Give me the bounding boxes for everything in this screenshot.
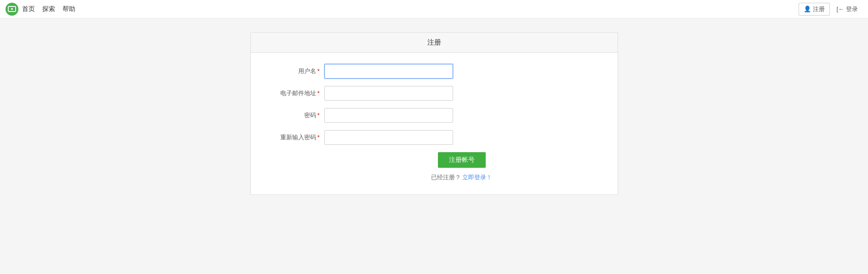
username-required-star: * <box>317 68 319 74</box>
header-right: 👤 注册 [← 登录 <box>799 3 862 16</box>
register-label: 注册 <box>813 5 825 13</box>
submit-label: 注册帐号 <box>449 156 475 163</box>
register-form-card: 注册 用户名* 电子邮件地址* 密码* <box>250 32 618 195</box>
confirm-password-label: 重新输入密码* <box>269 133 324 142</box>
logo[interactable] <box>6 3 18 16</box>
logo-icon <box>8 6 16 12</box>
login-link[interactable]: 立即登录！ <box>462 174 492 181</box>
header-register-button[interactable]: 👤 注册 <box>799 3 830 16</box>
confirm-password-row: 重新输入密码* <box>269 130 599 145</box>
form-actions: 注册帐号 已经注册？ 立即登录！ <box>269 152 599 182</box>
password-row: 密码* <box>269 108 599 123</box>
main-content: 注册 用户名* 电子邮件地址* 密码* <box>0 18 868 274</box>
nav-help[interactable]: 帮助 <box>62 5 75 13</box>
footer-static-text: 已经注册？ <box>431 174 461 181</box>
username-row: 用户名* <box>269 64 599 79</box>
email-required-star: * <box>317 90 319 97</box>
email-input[interactable] <box>324 86 453 101</box>
nav-home[interactable]: 首页 <box>22 5 35 13</box>
form-title-text: 注册 <box>427 38 441 46</box>
header-login-button[interactable]: [← 登录 <box>832 3 862 15</box>
form-card-body: 用户名* 电子邮件地址* 密码* 重新输入密码 <box>251 53 618 194</box>
submit-button[interactable]: 注册帐号 <box>438 152 486 168</box>
password-input[interactable] <box>324 108 453 123</box>
form-footer: 已经注册？ 立即登录！ <box>431 173 493 182</box>
login-arrow-icon: [← <box>836 6 844 12</box>
confirm-password-input[interactable] <box>324 130 453 145</box>
header: 首页 探索 帮助 👤 注册 [← 登录 <box>0 0 868 18</box>
username-input[interactable] <box>324 64 453 79</box>
confirm-required-star: * <box>317 134 319 141</box>
nav-explore[interactable]: 探索 <box>42 5 55 13</box>
login-label: 登录 <box>846 5 858 13</box>
username-label: 用户名* <box>269 67 324 75</box>
svg-point-1 <box>11 8 13 10</box>
password-required-star: * <box>317 112 319 119</box>
person-icon: 👤 <box>804 6 811 12</box>
form-card-title: 注册 <box>251 33 618 53</box>
main-nav: 首页 探索 帮助 <box>22 5 75 13</box>
email-label: 电子邮件地址* <box>269 89 324 97</box>
password-label: 密码* <box>269 111 324 120</box>
email-row: 电子邮件地址* <box>269 86 599 101</box>
